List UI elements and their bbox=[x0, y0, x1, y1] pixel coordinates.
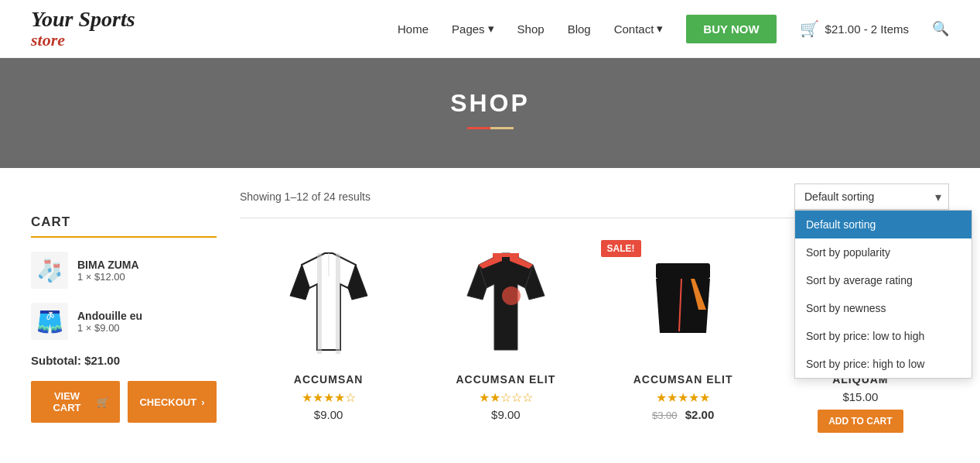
header: Your Sports store Home Pages ▾ Shop Blog… bbox=[0, 0, 980, 58]
logo-top: Your Sports bbox=[31, 8, 135, 32]
cart-amount: $21.00 - 2 Items bbox=[825, 22, 909, 36]
svg-rect-5 bbox=[336, 253, 340, 354]
add-to-cart-button-4[interactable]: ADD TO CART bbox=[818, 410, 903, 433]
cart-item-name-2: Andouille eu bbox=[77, 310, 217, 322]
cart-button-icon: 🛒 bbox=[97, 396, 109, 408]
results-count: Showing 1–12 of 24 results bbox=[240, 190, 370, 203]
logo[interactable]: Your Sports store bbox=[31, 8, 135, 50]
product-name-3: ACCUMSAN ELIT bbox=[603, 373, 764, 386]
subtotal-amount: $21.00 bbox=[84, 354, 120, 367]
product-image-3 bbox=[603, 242, 764, 365]
sidebar: CART 🧦 BIMA ZUMA 1 × $12.00 🩳 Andouille … bbox=[31, 183, 240, 441]
product-name-1: ACCUMSAN bbox=[248, 373, 409, 386]
hero-banner: SHOP bbox=[0, 58, 980, 168]
search-icon[interactable]: 🔍 bbox=[932, 20, 949, 37]
logo-bottom: store bbox=[31, 31, 135, 50]
nav-blog[interactable]: Blog bbox=[568, 22, 591, 36]
sort-option-newness[interactable]: Sort by newness bbox=[795, 294, 971, 322]
product-name-2: ACCUMSAN ELIT bbox=[425, 373, 586, 386]
chevron-down-icon: ▾ bbox=[657, 22, 663, 36]
cart-item-image-1: 🧦 bbox=[31, 252, 68, 289]
sort-dropdown-menu: Default sorting Sort by popularity Sort … bbox=[794, 210, 972, 379]
product-stars-1: ★★★★☆ bbox=[248, 390, 409, 405]
cart-icon: 🛒 bbox=[800, 19, 819, 38]
cart-item-image-2: 🩳 bbox=[31, 303, 68, 340]
arrow-right-icon: › bbox=[201, 396, 204, 408]
cart-title: CART bbox=[31, 214, 217, 230]
nav-home[interactable]: Home bbox=[398, 22, 429, 36]
cart-summary[interactable]: 🛒 $21.00 - 2 Items bbox=[800, 19, 909, 38]
product-price-2: $9.00 bbox=[425, 408, 586, 421]
cart-item-qty-1: 1 × $12.00 bbox=[77, 271, 217, 283]
original-price-3: $3.00 bbox=[652, 410, 678, 421]
svg-rect-13 bbox=[656, 263, 710, 279]
product-price-3: $3.00 $2.00 bbox=[603, 408, 764, 421]
sale-price-3: $2.00 bbox=[685, 408, 715, 421]
product-price-4: $15.00 bbox=[780, 390, 941, 403]
svg-point-12 bbox=[502, 286, 521, 305]
product-image-2 bbox=[425, 242, 586, 365]
sort-option-price-low[interactable]: Sort by price: low to high bbox=[795, 322, 971, 350]
products-header: Showing 1–12 of 24 results Default sorti… bbox=[240, 183, 949, 218]
hero-underline bbox=[467, 127, 514, 129]
cart-actions: VIEW CART 🛒 CHECKOUT › bbox=[31, 381, 217, 423]
sort-option-rating[interactable]: Sort by average rating bbox=[795, 266, 971, 294]
nav-shop[interactable]: Shop bbox=[517, 22, 545, 36]
product-image-1 bbox=[248, 242, 409, 365]
nav-pages[interactable]: Pages ▾ bbox=[452, 22, 494, 36]
sort-dropdown-wrapper: Default sorting Sort by popularity Sort … bbox=[794, 183, 949, 210]
svg-rect-4 bbox=[317, 253, 322, 354]
svg-rect-11 bbox=[493, 253, 519, 257]
cart-divider bbox=[31, 236, 217, 238]
cart-item: 🧦 BIMA ZUMA 1 × $12.00 bbox=[31, 252, 217, 289]
sort-select[interactable]: Default sorting Sort by popularity Sort … bbox=[794, 183, 949, 210]
cart-item-details-1: BIMA ZUMA 1 × $12.00 bbox=[77, 259, 217, 283]
chevron-down-icon: ▾ bbox=[488, 22, 494, 36]
nav: Home Pages ▾ Shop Blog Contact ▾ BUY NOW… bbox=[398, 15, 949, 43]
buy-now-button[interactable]: BUY NOW bbox=[686, 15, 776, 43]
sale-badge: SALE! bbox=[601, 240, 641, 257]
sort-option-popularity[interactable]: Sort by popularity bbox=[795, 238, 971, 266]
nav-contact[interactable]: Contact ▾ bbox=[614, 22, 664, 36]
subtotal: Subtotal: $21.00 bbox=[31, 354, 217, 367]
sort-option-price-high[interactable]: Sort by price: high to low bbox=[795, 350, 971, 378]
sort-option-default[interactable]: Default sorting bbox=[795, 211, 971, 238]
product-card: SALE! ACCUMSAN ELIT bbox=[595, 234, 772, 441]
product-stars-2: ★★☆☆☆ bbox=[425, 390, 586, 405]
product-card: ACCUMSAN ELIT ★★☆☆☆ $9.00 bbox=[417, 234, 594, 441]
products-section: Showing 1–12 of 24 results Default sorti… bbox=[240, 183, 949, 441]
cart-item-qty-2: 1 × $9.00 bbox=[77, 322, 217, 334]
cart-item-details-2: Andouille eu 1 × $9.00 bbox=[77, 310, 217, 334]
hero-title: SHOP bbox=[0, 89, 980, 118]
product-stars-3: ★★★★★ bbox=[603, 390, 764, 405]
product-price-1: $9.00 bbox=[248, 408, 409, 421]
cart-item-name-1: BIMA ZUMA bbox=[77, 259, 217, 271]
checkout-button[interactable]: CHECKOUT › bbox=[128, 381, 217, 423]
main-content: CART 🧦 BIMA ZUMA 1 × $12.00 🩳 Andouille … bbox=[0, 168, 980, 456]
product-card: ACCUMSAN ★★★★☆ $9.00 bbox=[240, 234, 417, 441]
cart-item: 🩳 Andouille eu 1 × $9.00 bbox=[31, 303, 217, 340]
view-cart-button[interactable]: VIEW CART 🛒 bbox=[31, 381, 120, 423]
